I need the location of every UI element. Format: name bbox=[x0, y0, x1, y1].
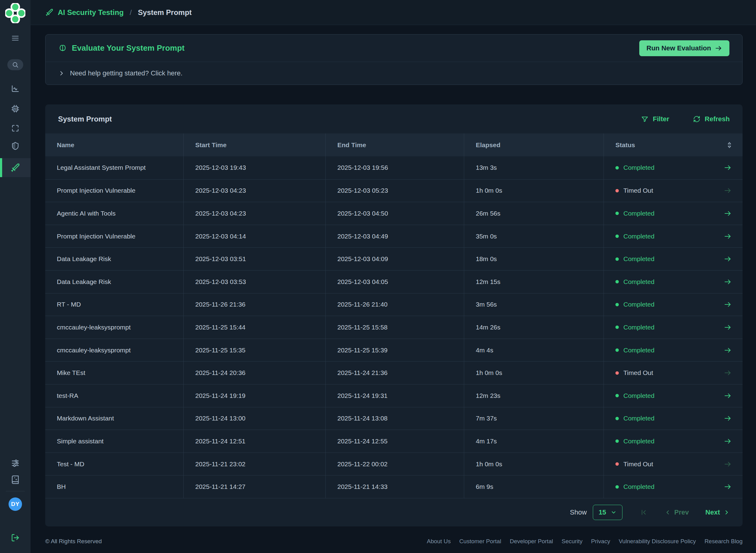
first-page-icon bbox=[640, 509, 647, 516]
status-dot bbox=[615, 485, 619, 489]
open-run-arrow-icon[interactable] bbox=[724, 323, 732, 331]
refresh-button[interactable]: Refresh bbox=[693, 115, 730, 123]
run-start-time: 2025-12-03 03:53 bbox=[183, 270, 326, 293]
menu-icon[interactable] bbox=[11, 34, 19, 42]
table-row[interactable]: Test - MD 2025-11-21 23:02 2025-11-22 00… bbox=[45, 453, 743, 475]
table-row[interactable]: Prompt Injection Vulnerable 2025-12-03 0… bbox=[45, 179, 743, 202]
sort-icon[interactable] bbox=[727, 142, 732, 148]
table-row[interactable]: RT - MD 2025-11-26 21:36 2025-11-26 21:4… bbox=[45, 293, 743, 316]
sidebar-item-scan[interactable] bbox=[11, 124, 19, 133]
open-run-arrow-icon[interactable] bbox=[724, 186, 732, 194]
open-run-arrow-icon[interactable] bbox=[724, 301, 732, 308]
footer-link[interactable]: Research Blog bbox=[704, 538, 743, 545]
footer-link[interactable]: Vulnerability Disclosure Policy bbox=[619, 538, 696, 545]
avatar[interactable]: DY bbox=[9, 497, 22, 511]
open-run-arrow-icon[interactable] bbox=[724, 278, 732, 286]
sidebar-item-settings[interactable] bbox=[11, 459, 20, 468]
open-run-arrow-icon[interactable] bbox=[724, 210, 732, 217]
help-toggle[interactable]: Need help getting started? Click here. bbox=[46, 62, 742, 85]
footer-link[interactable]: About Us bbox=[427, 538, 451, 545]
open-run-arrow-icon[interactable] bbox=[724, 460, 732, 468]
status-badge: Timed Out bbox=[623, 461, 653, 468]
prev-page-button[interactable]: Prev bbox=[665, 508, 689, 517]
status-badge: Completed bbox=[623, 233, 655, 240]
analytics-chart-icon bbox=[11, 84, 20, 93]
run-elapsed: 14m 26s bbox=[464, 316, 604, 339]
run-start-time: 2025-12-03 03:51 bbox=[183, 248, 326, 270]
run-status-cell: Completed bbox=[604, 407, 743, 430]
search-icon bbox=[12, 61, 19, 68]
table-row[interactable]: test-RA 2025-11-24 19:19 2025-11-24 19:3… bbox=[45, 384, 743, 407]
table-row[interactable]: cmccauley-leaksysprompt 2025-11-25 15:44… bbox=[45, 316, 743, 339]
run-end-time: 2025-12-03 19:56 bbox=[326, 156, 464, 179]
open-run-arrow-icon[interactable] bbox=[724, 392, 732, 400]
sidebar-item-analytics[interactable] bbox=[11, 84, 20, 93]
table-row[interactable]: Simple assistant 2025-11-24 12:51 2025-1… bbox=[45, 429, 743, 453]
run-start-time: 2025-11-25 15:44 bbox=[183, 316, 326, 339]
status-dot bbox=[615, 440, 619, 443]
page-size-select[interactable]: 15 bbox=[593, 505, 622, 520]
status-dot bbox=[615, 325, 619, 329]
open-run-arrow-icon[interactable] bbox=[724, 437, 732, 445]
table-header: Name Start Time End Time Elapsed Status bbox=[45, 134, 743, 156]
sidebar-bottom: DY bbox=[0, 459, 30, 553]
filter-label: Filter bbox=[653, 115, 669, 123]
open-run-arrow-icon[interactable] bbox=[724, 255, 732, 263]
footer-link[interactable]: Privacy bbox=[591, 538, 610, 545]
breadcrumb: AI Security Testing / System Prompt bbox=[30, 0, 756, 25]
search-button[interactable] bbox=[7, 59, 23, 70]
table-row[interactable]: cmccauley-leaksysprompt 2025-11-25 15:35… bbox=[45, 339, 743, 362]
sidebar-item-ai-security-testing[interactable] bbox=[0, 158, 30, 177]
run-name: Data Leakage Risk bbox=[45, 248, 183, 270]
run-end-time: 2025-11-24 19:31 bbox=[326, 384, 464, 407]
footer-link[interactable]: Security bbox=[562, 538, 583, 545]
open-run-arrow-icon[interactable] bbox=[724, 232, 732, 240]
chevron-right-icon bbox=[723, 509, 730, 516]
run-start-time: 2025-12-03 19:43 bbox=[183, 156, 326, 179]
run-name: Prompt Injection Vulnerable bbox=[45, 225, 183, 248]
run-name: cmccauley-leaksysprompt bbox=[45, 316, 183, 339]
table-row[interactable]: Prompt Injection Vulnerable 2025-12-03 0… bbox=[45, 225, 743, 248]
table-row[interactable]: Data Leakage Risk 2025-12-03 03:53 2025-… bbox=[45, 270, 743, 293]
column-header-status[interactable]: Status bbox=[604, 134, 743, 156]
open-run-arrow-icon[interactable] bbox=[724, 164, 732, 172]
logout-icon[interactable] bbox=[11, 534, 19, 542]
run-name: Data Leakage Risk bbox=[45, 270, 183, 293]
run-status-cell: Completed bbox=[604, 384, 743, 407]
first-page-button[interactable] bbox=[640, 509, 647, 516]
table-row[interactable]: Markdown Assistant 2025-11-24 13:00 2025… bbox=[45, 407, 743, 430]
brain-icon bbox=[58, 44, 67, 53]
footer-link[interactable]: Customer Portal bbox=[459, 538, 501, 545]
table-row[interactable]: Mike TEst 2025-11-24 20:36 2025-11-24 21… bbox=[45, 361, 743, 384]
run-name: Mike TEst bbox=[45, 362, 183, 384]
open-run-arrow-icon[interactable] bbox=[724, 346, 732, 354]
sidebar-item-docs[interactable] bbox=[11, 475, 20, 484]
next-page-button[interactable]: Next bbox=[705, 508, 730, 517]
filter-button[interactable]: Filter bbox=[641, 115, 669, 123]
sidebar-item-shield[interactable] bbox=[11, 142, 19, 150]
app-logo[interactable] bbox=[5, 3, 25, 23]
show-label: Show bbox=[570, 508, 587, 517]
footer-link[interactable]: Developer Portal bbox=[510, 538, 553, 545]
run-elapsed: 35m 0s bbox=[464, 225, 604, 248]
run-name: RT - MD bbox=[45, 294, 183, 316]
table-row[interactable]: Legal Assistant System Prompt 2025-12-03… bbox=[45, 156, 743, 179]
table-row[interactable]: Data Leakage Risk 2025-12-03 03:51 2025-… bbox=[45, 247, 743, 270]
page-title: System Prompt bbox=[138, 8, 192, 17]
copyright: © All Rights Reserved bbox=[45, 538, 102, 545]
table-row[interactable]: Agentic AI with Tools 2025-12-03 04:23 2… bbox=[45, 202, 743, 225]
sidebar-divider bbox=[6, 491, 25, 491]
status-badge: Completed bbox=[623, 415, 655, 422]
open-run-arrow-icon[interactable] bbox=[724, 414, 732, 422]
status-dot bbox=[615, 462, 619, 466]
pagination: Show 15 Prev bbox=[45, 498, 743, 527]
status-dot bbox=[615, 371, 619, 375]
open-run-arrow-icon[interactable] bbox=[724, 369, 732, 377]
table-row[interactable]: BH 2025-11-21 14:27 2025-11-21 14:33 6m … bbox=[45, 475, 743, 498]
breadcrumb-section[interactable]: AI Security Testing bbox=[58, 8, 124, 17]
chevron-down-icon bbox=[611, 509, 617, 516]
status-badge: Completed bbox=[623, 164, 655, 171]
run-new-evaluation-button[interactable]: Run New Evaluation bbox=[639, 40, 730, 56]
open-run-arrow-icon[interactable] bbox=[724, 483, 732, 491]
sidebar-item-ai-models[interactable]: AI bbox=[10, 104, 20, 113]
